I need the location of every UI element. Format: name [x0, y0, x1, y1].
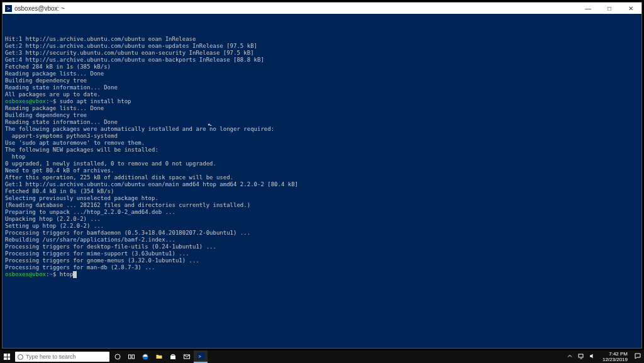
terminal-window: > osboxes@vbox: ~ — □ ✕ ↖ Hit:1 http://u… [2, 2, 642, 349]
terminal-line: Processing triggers for bamfdaemon (0.5.… [5, 230, 639, 237]
terminal-line: Use 'sudo apt autoremove' to remove them… [5, 140, 639, 147]
mail-icon[interactable] [180, 350, 194, 363]
window-titlebar[interactable]: > osboxes@vbox: ~ — □ ✕ [3, 3, 641, 14]
clock-time: 7:42 PM [602, 351, 628, 357]
terminal-line: Preparing to unpack .../htop_2.2.0-2_amd… [5, 209, 639, 216]
clock-date: 12/23/2019 [602, 357, 628, 362]
store-icon[interactable] [166, 350, 180, 363]
terminal-line: Unpacking htop (2.2.0-2) ... [5, 216, 639, 223]
edge-icon[interactable] [138, 350, 152, 363]
terminal-line: Building dependency tree [5, 112, 639, 119]
svg-rect-7 [579, 354, 583, 357]
terminal-line: Get:2 http://us.archive.ubuntu.com/ubunt… [5, 43, 639, 50]
terminal-line: Selecting previously unselected package … [5, 195, 639, 202]
terminal-line: Reading package lists... Done [5, 105, 639, 112]
svg-rect-2 [132, 355, 135, 359]
terminal-line: Fetched 80.4 kB in 0s (354 kB/s) [5, 188, 639, 195]
terminal-line: Building dependency tree [5, 77, 639, 84]
taskbar-clock[interactable]: 7:42 PM 12/23/2019 [600, 351, 630, 362]
terminal-line: The following NEW packages will be insta… [5, 147, 639, 154]
terminal-line: 0 upgraded, 1 newly installed, 0 to remo… [5, 160, 639, 167]
window-title: osboxes@vbox: ~ [14, 5, 577, 12]
network-icon[interactable] [577, 352, 585, 361]
taskbar: Type here to search > 7:42 PM 12/23/2019 [0, 350, 644, 363]
task-view-icon[interactable] [125, 350, 138, 363]
terminal-line: Get:1 http://us.archive.ubuntu.com/ubunt… [5, 181, 639, 188]
close-button[interactable]: ✕ [620, 3, 641, 14]
prompt-line: osboxes@vbox:~$ sudo apt install htop [5, 98, 639, 105]
terminal-line: After this operation, 225 kB of addition… [5, 174, 639, 181]
system-tray[interactable]: 7:42 PM 12/23/2019 [566, 351, 644, 362]
terminal-line: (Reading database ... 282162 files and d… [5, 202, 639, 209]
terminal-line: Get:4 http://us.archive.ubuntu.com/ubunt… [5, 57, 639, 64]
start-button[interactable] [0, 350, 14, 363]
terminal-line: apport-symptoms python3-systemd [5, 133, 639, 140]
maximize-button[interactable]: □ [599, 3, 620, 14]
cortana-icon[interactable] [111, 350, 125, 363]
terminal-output[interactable]: ↖ Hit:1 http://us.archive.ubuntu.com/ubu… [3, 14, 641, 348]
terminal-line: Processing triggers for mime-support (3.… [5, 250, 639, 257]
terminal-line: Fetched 284 kB in 1s (385 kB/s) [5, 64, 639, 70]
minimize-button[interactable]: — [577, 3, 599, 14]
tray-chevron-icon[interactable] [566, 352, 574, 361]
notifications-icon[interactable] [634, 352, 641, 361]
terminal-line: Get:3 http://security.ubuntu.com/ubuntu … [5, 50, 639, 57]
file-explorer-icon[interactable] [152, 350, 166, 363]
terminal-line: Processing triggers for gnome-menus (3.3… [5, 257, 639, 264]
svg-point-0 [115, 354, 120, 359]
terminal-line: The following packages were automaticall… [5, 126, 639, 133]
terminal-line: Need to get 80.4 kB of archives. [5, 167, 639, 174]
terminal-line: htop [5, 154, 639, 160]
terminal-line: Reading package lists... Done [5, 70, 639, 77]
prompt-line: osboxes@vbox:~$ htop [5, 271, 639, 278]
powershell-taskbar-icon[interactable]: > [194, 350, 208, 363]
terminal-line: Setting up htop (2.2.0-2) ... [5, 223, 639, 230]
terminal-line: Reading state information... Done [5, 84, 639, 91]
terminal-line: Rebuilding /usr/share/applications/bamf-… [5, 237, 639, 243]
windows-logo-icon [4, 354, 10, 360]
volume-icon[interactable] [589, 352, 596, 361]
taskbar-search[interactable]: Type here to search [15, 352, 109, 362]
terminal-line: Processing triggers for desktop-file-uti… [5, 243, 639, 250]
search-icon [18, 354, 23, 360]
powershell-icon: > [5, 5, 12, 12]
terminal-line: Processing triggers for man-db (2.8.7-3)… [5, 264, 639, 271]
terminal-line: Hit:1 http://us.archive.ubuntu.com/ubunt… [5, 36, 639, 43]
search-placeholder: Type here to search [26, 354, 76, 360]
svg-text:>: > [199, 354, 201, 359]
svg-rect-1 [129, 355, 131, 359]
terminal-line: All packages are up to date. [5, 91, 639, 98]
terminal-line: Reading state information... Done [5, 119, 639, 126]
